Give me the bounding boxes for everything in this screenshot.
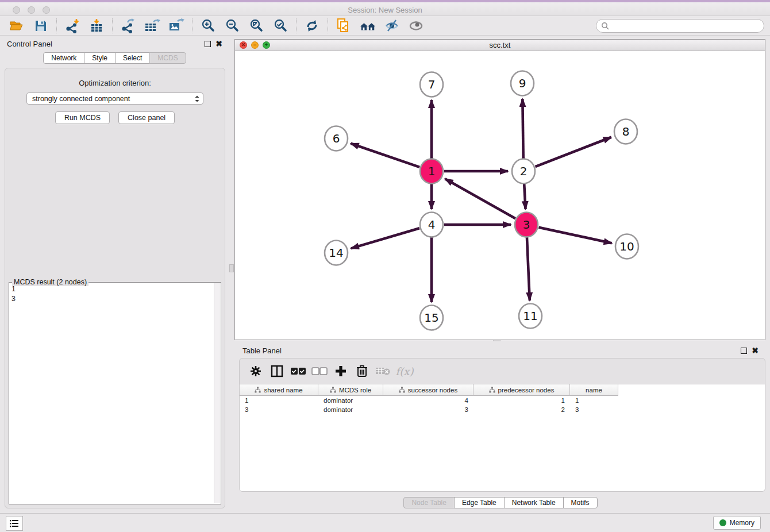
table-cell[interactable]: 1 xyxy=(240,396,318,405)
column-label: successor nodes xyxy=(408,387,457,394)
open-folder-icon[interactable] xyxy=(8,17,25,34)
first-neighbors-icon[interactable] xyxy=(359,17,376,34)
table-tab-motifs[interactable]: Motifs xyxy=(563,497,598,508)
show-all-icon[interactable] xyxy=(407,17,425,34)
search-field[interactable] xyxy=(596,19,764,33)
graph-node-14[interactable]: 14 xyxy=(325,241,348,265)
run-mcds-button[interactable]: Run MCDS xyxy=(55,111,110,124)
zoom-out-icon[interactable] xyxy=(224,17,241,34)
graph-node-2[interactable]: 2 xyxy=(512,159,535,184)
add-icon[interactable] xyxy=(332,363,350,380)
export-image-icon[interactable] xyxy=(168,17,185,34)
table-cell[interactable]: 3 xyxy=(570,405,618,414)
graph-node-4[interactable]: 4 xyxy=(420,213,443,237)
refresh-icon[interactable] xyxy=(303,17,321,34)
tab-network[interactable]: Network xyxy=(43,52,84,64)
graph-node-label: 1 xyxy=(428,164,436,178)
table-cell[interactable]: dominator xyxy=(318,405,383,414)
network-graph: 7968124314101511 xyxy=(235,51,765,340)
vertical-splitter-grip[interactable] xyxy=(229,264,234,272)
close-panel-icon[interactable]: ✖ xyxy=(215,41,222,47)
graph-node-3[interactable]: 3 xyxy=(515,213,538,237)
search-input[interactable] xyxy=(610,20,764,32)
graph-edge-3-11[interactable] xyxy=(527,237,530,300)
graph-edge-3-10[interactable] xyxy=(538,228,611,244)
export-network-icon[interactable] xyxy=(120,17,137,34)
graph-node-11[interactable]: 11 xyxy=(519,304,542,329)
node-table: shared nameMCDS rolesuccessor nodesprede… xyxy=(240,384,765,491)
float-panel-icon[interactable] xyxy=(205,41,211,47)
column-header-predecessor-nodes[interactable]: predecessor nodes xyxy=(473,384,570,396)
graph-node-15[interactable]: 15 xyxy=(420,306,443,330)
control-panel-title: Control Panel xyxy=(7,40,205,48)
graph-node-10[interactable]: 10 xyxy=(615,234,638,259)
column-header-mcds-role[interactable]: MCDS role xyxy=(318,384,383,396)
table-cell[interactable]: 3 xyxy=(383,405,473,414)
tab-select[interactable]: Select xyxy=(115,52,150,64)
network-window-titlebar[interactable]: ✕ − + scc.txt xyxy=(235,40,765,51)
table-cell[interactable]: 3 xyxy=(240,405,318,414)
graph-node-1[interactable]: 1 xyxy=(420,159,443,184)
zoom-selected-icon[interactable] xyxy=(272,17,289,34)
graph-node-label: 3 xyxy=(523,218,530,232)
memory-button[interactable]: Memory xyxy=(713,516,761,530)
column-pane-icon[interactable] xyxy=(268,363,286,380)
graph-edge-2-3[interactable] xyxy=(524,184,525,209)
graph-node-9[interactable]: 9 xyxy=(511,71,534,96)
graph-edge-3-1[interactable] xyxy=(445,179,515,218)
network-canvas[interactable]: 7968124314101511 xyxy=(235,51,765,340)
table-row[interactable]: 3dominator323 xyxy=(240,405,765,414)
import-table-icon[interactable] xyxy=(88,17,105,34)
save-icon[interactable] xyxy=(32,17,49,34)
table-panel-header: Table Panel ✖ xyxy=(234,343,767,358)
table-tab-edge-table[interactable]: Edge Table xyxy=(454,497,505,508)
select-all-icon[interactable] xyxy=(289,363,307,380)
control-panel: Control Panel ✖ NetworkStyleSelectMCDS O… xyxy=(0,36,229,513)
graph-node-label: 6 xyxy=(333,132,340,145)
result-scrollbar[interactable] xyxy=(214,283,220,503)
zoom-fit-icon[interactable] xyxy=(248,17,265,34)
minimize-view-icon[interactable]: − xyxy=(251,41,259,49)
toolbar-separator xyxy=(328,18,328,33)
close-panel-button[interactable]: Close panel xyxy=(118,111,175,124)
table-cell[interactable]: 1 xyxy=(473,396,570,405)
graph-node-6[interactable]: 6 xyxy=(325,126,348,151)
table-tab-node-table[interactable]: Node Table xyxy=(403,497,455,508)
zoom-in-icon[interactable] xyxy=(199,17,217,34)
graph-node-7[interactable]: 7 xyxy=(420,72,443,97)
column-header-successor-nodes[interactable]: successor nodes xyxy=(383,384,473,396)
float-table-panel-icon[interactable] xyxy=(741,348,747,354)
graph-edge-2-9[interactable] xyxy=(522,99,523,159)
close-view-icon[interactable]: ✕ xyxy=(240,41,247,49)
column-header-name[interactable]: name xyxy=(570,384,618,396)
function-builder-icon[interactable]: f(x) xyxy=(395,363,414,380)
table-cell[interactable]: dominator xyxy=(318,396,383,405)
column-header-shared-name[interactable]: shared name xyxy=(240,384,318,396)
export-table-icon[interactable] xyxy=(144,17,161,34)
maximize-view-icon[interactable]: + xyxy=(263,41,270,49)
criterion-select[interactable]: strongly connected component xyxy=(26,92,203,105)
delete-icon[interactable] xyxy=(353,363,371,380)
delete-table-icon[interactable] xyxy=(374,363,392,380)
table-cell[interactable]: 4 xyxy=(383,396,473,405)
graph-edge-2-8[interactable] xyxy=(536,137,611,167)
gear-icon[interactable] xyxy=(247,363,265,380)
graph-edge-4-14[interactable] xyxy=(351,228,419,248)
table-cell[interactable]: 2 xyxy=(473,405,570,414)
table-tab-network-table[interactable]: Network Table xyxy=(504,497,564,508)
close-table-panel-icon[interactable]: ✖ xyxy=(752,348,759,354)
table-cell[interactable]: 1 xyxy=(570,396,618,405)
table-row[interactable]: 1dominator411 xyxy=(240,396,765,405)
deselect-all-icon[interactable] xyxy=(310,363,329,380)
import-network-icon[interactable] xyxy=(64,17,81,34)
task-history-button[interactable] xyxy=(6,516,23,531)
graph-edge-1-6[interactable] xyxy=(351,144,420,167)
node-table-container: f(x) shared nameMCDS rolesuccessor nodes… xyxy=(239,358,765,492)
graph-node-8[interactable]: 8 xyxy=(614,119,637,144)
tab-mcds[interactable]: MCDS xyxy=(149,52,186,64)
hide-selected-icon[interactable] xyxy=(383,17,401,34)
network-view-title: scc.txt xyxy=(235,41,765,49)
mcds-result-text[interactable]: 1 3 xyxy=(11,284,211,502)
clone-network-icon[interactable] xyxy=(335,17,352,34)
tab-style[interactable]: Style xyxy=(84,52,116,64)
